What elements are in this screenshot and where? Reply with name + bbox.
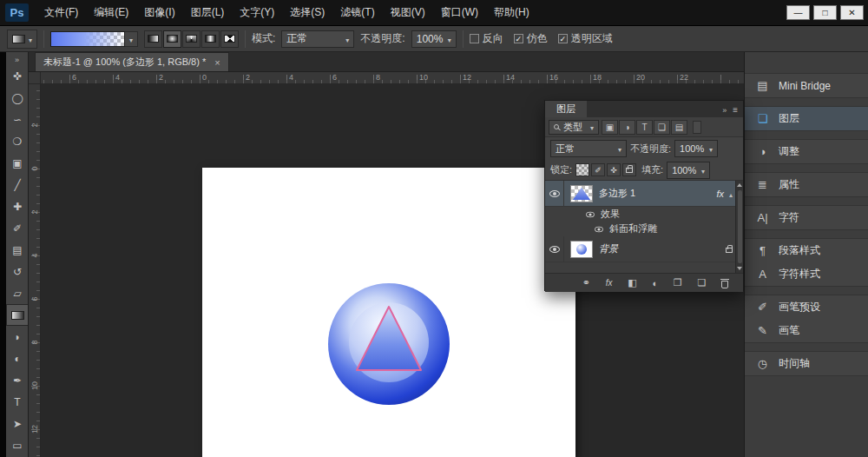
bevel-emboss-row[interactable]: 斜面和浮雕: [545, 222, 743, 236]
brush-tool[interactable]: ✐: [6, 217, 29, 239]
path-selection-tool[interactable]: ➤: [6, 413, 29, 434]
fx-badge[interactable]: fx: [716, 189, 724, 199]
dock-item-character-styles[interactable]: A字符样式: [745, 262, 868, 286]
healing-brush-tool[interactable]: ✚: [6, 195, 29, 217]
dock-item-brush[interactable]: ✎画笔: [745, 319, 868, 342]
eye-icon[interactable]: [586, 211, 595, 216]
new-layer-button[interactable]: ❏: [697, 277, 706, 288]
dock-item-paragraph-styles[interactable]: ¶段落样式: [745, 239, 868, 262]
layer-thumbnail[interactable]: [570, 185, 593, 202]
dock-item-adjustments[interactable]: ◑调整: [745, 140, 868, 163]
checkbox-reverse[interactable]: 反向: [470, 31, 503, 46]
menu-layer[interactable]: 图层(L): [183, 1, 233, 24]
menu-select[interactable]: 选择(S): [282, 1, 332, 24]
menu-view[interactable]: 视图(V): [383, 1, 433, 24]
scroll-down-icon[interactable]: [737, 267, 742, 270]
panel-collapse-icon[interactable]: [722, 104, 727, 115]
move-tool[interactable]: ✜: [6, 65, 29, 87]
filter-type-select[interactable]: 类型: [549, 120, 599, 135]
menu-image[interactable]: 图像(I): [136, 1, 182, 24]
document-canvas[interactable]: [202, 168, 575, 457]
fill-select[interactable]: 100%: [667, 162, 710, 179]
blend-mode-select[interactable]: 正常: [550, 140, 627, 157]
checkbox-box-transparency[interactable]: ✓: [558, 34, 568, 43]
dodge-tool[interactable]: ◐: [6, 348, 29, 369]
dock-item-character[interactable]: A|字符: [745, 206, 868, 229]
quick-selection-tool[interactable]: ❍: [6, 130, 29, 152]
filter-type-layers-button[interactable]: T: [636, 120, 653, 135]
type-tool[interactable]: T: [6, 391, 29, 413]
menu-help[interactable]: 帮助(H): [486, 1, 537, 24]
layer-name[interactable]: 多边形 1: [599, 187, 635, 200]
lock-transparent-pixels-button[interactable]: [575, 163, 589, 176]
mode-select[interactable]: 正常: [281, 30, 354, 48]
panel-menu-icon[interactable]: [733, 104, 738, 115]
eyedropper-tool[interactable]: ╱: [6, 174, 29, 195]
history-brush-tool[interactable]: ↺: [6, 261, 29, 282]
checkbox-transparency[interactable]: ✓透明区域: [558, 31, 613, 46]
add-layer-mask-button[interactable]: ◧: [628, 277, 636, 288]
filter-adjustment-layers-button[interactable]: ◑: [619, 120, 635, 135]
lock-image-pixels-button[interactable]: ✐: [591, 163, 605, 176]
background-thumbnail[interactable]: [570, 241, 593, 258]
pen-tool[interactable]: ✒: [6, 369, 29, 391]
effects-row[interactable]: 效果: [545, 207, 743, 222]
filter-toggle[interactable]: [693, 121, 701, 134]
toolbar-collapse[interactable]: [6, 52, 28, 65]
filter-shape-layers-button[interactable]: ❏: [654, 120, 670, 135]
checkbox-dither[interactable]: ✓仿色: [514, 31, 548, 46]
shape-tool[interactable]: ▭: [6, 434, 29, 456]
gradient-preview[interactable]: [50, 31, 125, 47]
layer-row-background[interactable]: 背景: [545, 236, 743, 262]
layer-style-button[interactable]: fx: [606, 278, 613, 288]
minimize-button[interactable]: —: [786, 5, 810, 20]
visibility-toggle[interactable]: [545, 181, 564, 206]
checkbox-box-dither[interactable]: ✓: [514, 34, 523, 43]
dock-item-mini-bridge[interactable]: ▤Mini Bridge: [745, 74, 868, 97]
new-adjustment-layer-button[interactable]: ◐: [652, 278, 658, 288]
filter-smart-objects-button[interactable]: ▤: [671, 120, 687, 135]
lock-position-button[interactable]: ✜: [607, 163, 621, 176]
layer-opacity-select[interactable]: 100%: [674, 140, 718, 157]
lock-all-button[interactable]: [622, 163, 636, 176]
close-button[interactable]: ✕: [840, 5, 864, 20]
clone-stamp-tool[interactable]: ▤: [6, 239, 29, 261]
checkbox-box-reverse[interactable]: [470, 34, 479, 43]
link-layers-button[interactable]: ⚭: [582, 277, 590, 288]
blur-tool[interactable]: ◗: [6, 326, 29, 348]
diamond-gradient-button[interactable]: [220, 30, 239, 48]
dock-item-brush-presets[interactable]: ✐画笔预设: [745, 295, 868, 319]
tool-preset-picker[interactable]: [7, 30, 37, 49]
layer-name[interactable]: 背景: [599, 242, 618, 255]
collapse-effects-icon[interactable]: [729, 189, 733, 199]
visibility-toggle[interactable]: [545, 236, 564, 262]
crop-tool[interactable]: ▣: [6, 152, 29, 174]
dock-item-timeline[interactable]: ◷时间轴: [745, 352, 868, 375]
lasso-tool[interactable]: ∽: [6, 109, 29, 130]
marquee-tool[interactable]: ◯: [6, 87, 29, 109]
dock-item-layers[interactable]: ❏图层: [745, 107, 868, 130]
opacity-select[interactable]: 100%: [411, 30, 457, 48]
eye-icon[interactable]: [595, 226, 603, 231]
radial-gradient-button[interactable]: [163, 30, 181, 48]
maximize-button[interactable]: □: [813, 5, 837, 20]
menu-filter[interactable]: 滤镜(T): [332, 1, 382, 24]
delete-layer-button[interactable]: [721, 278, 728, 288]
layers-panel-tab[interactable]: 图层: [545, 101, 587, 117]
scroll-up-icon[interactable]: [737, 183, 742, 187]
linear-gradient-button[interactable]: [144, 30, 162, 48]
scrollbar-thumb[interactable]: [738, 190, 742, 263]
dock-item-properties[interactable]: ≣属性: [745, 173, 868, 196]
angle-gradient-button[interactable]: [182, 30, 201, 48]
gradient-preview-dropdown[interactable]: [125, 31, 138, 47]
reflected-gradient-button[interactable]: [201, 30, 220, 48]
layers-scrollbar[interactable]: [735, 181, 743, 273]
layer-row-polygon[interactable]: 多边形 1 fx: [545, 181, 743, 207]
document-tab[interactable]: 未标题-1 @ 100% (多边形 1, RGB/8) * ×: [35, 52, 229, 71]
menu-edit[interactable]: 编辑(E): [86, 1, 136, 24]
menu-window[interactable]: 窗口(W): [433, 1, 486, 24]
new-group-button[interactable]: ❐: [674, 277, 682, 288]
filter-pixel-layers-button[interactable]: ▣: [602, 120, 618, 135]
eraser-tool[interactable]: ▱: [6, 282, 29, 304]
menu-file[interactable]: 文件(F): [36, 1, 86, 24]
